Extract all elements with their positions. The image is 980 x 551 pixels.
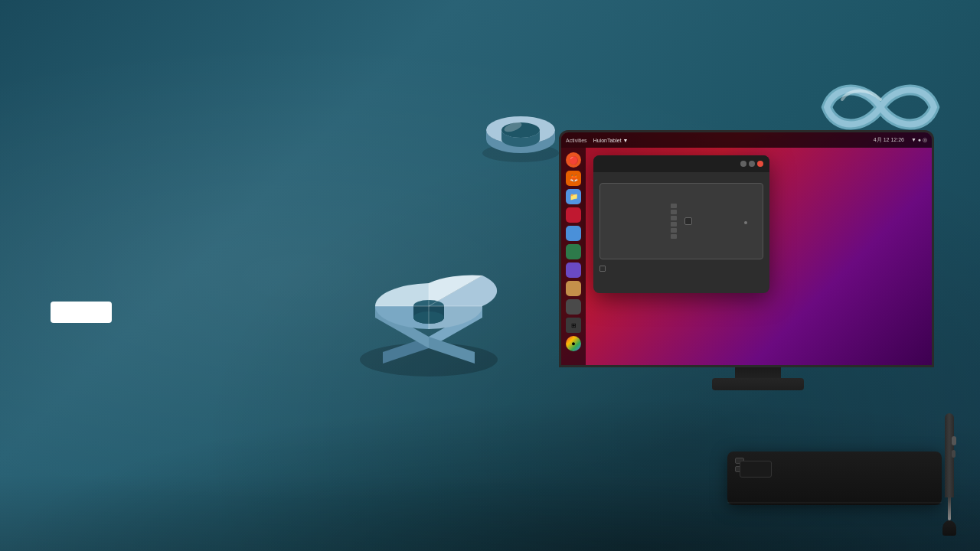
hero-content <box>51 228 112 323</box>
window-close[interactable] <box>757 161 763 167</box>
ubuntu-desktop: Activities HuionTablet ▼ 4月 12 12:26 ▼ ●… <box>561 132 932 365</box>
tablet-dot <box>744 221 747 224</box>
dock-icon-app7[interactable]: ⊞ <box>566 318 581 333</box>
tablet-preview <box>599 183 763 259</box>
ubuntu-topbar: Activities HuionTablet ▼ 4月 12 12:26 ▼ ●… <box>561 132 932 148</box>
drawing-tablet <box>727 452 942 505</box>
tablet-btn-5 <box>671 228 677 233</box>
headline <box>51 228 112 274</box>
window-minimize[interactable] <box>740 161 746 167</box>
learn-more-button[interactable] <box>51 302 112 323</box>
stylus-side-button <box>952 436 956 445</box>
tablet-side-buttons <box>735 458 744 472</box>
activities-label: Activities <box>566 138 587 143</box>
dock-icon-app1[interactable] <box>566 207 581 223</box>
app-footer <box>593 266 769 276</box>
tablet-btn-1 <box>671 204 677 208</box>
tablet-buttons <box>671 204 677 239</box>
app-body <box>593 172 769 266</box>
system-tray: ▼ ● ◎ <box>911 137 927 143</box>
monitor-screen: Activities HuionTablet ▼ 4月 12 12:26 ▼ ●… <box>559 130 934 367</box>
topbar-right: 4月 12 12:26 ▼ ● ◎ <box>874 136 927 144</box>
pie-chart-small <box>475 92 567 168</box>
dock-icon-app5[interactable] <box>566 281 581 296</box>
stylus-body <box>945 413 954 497</box>
pie-chart-large <box>352 253 505 383</box>
window-maximize[interactable] <box>749 161 755 167</box>
tablet-btn-3 <box>671 216 677 220</box>
time-display: 4月 12 12:26 <box>874 136 904 144</box>
dock-icon-chrome[interactable]: ● <box>566 336 581 351</box>
dock-icon-app4[interactable] <box>566 262 581 278</box>
stylus-base <box>942 520 956 536</box>
tablet-btn-4 <box>671 222 677 227</box>
monitor: Activities HuionTablet ▼ 4月 12 12:26 ▼ ●… <box>559 130 957 390</box>
disable-press-keys <box>599 266 608 272</box>
dock-icon-ubuntu[interactable]: 🔴 <box>566 152 581 168</box>
huion-app-window <box>593 155 769 293</box>
tablet-bottom-edge <box>727 502 942 505</box>
stylus-side-button-2 <box>952 450 956 458</box>
app-titlebar <box>593 155 769 172</box>
app-name-label: HuionTablet ▼ <box>593 138 629 143</box>
checkbox[interactable] <box>599 266 606 272</box>
tablet-btn-2 <box>671 210 677 214</box>
tablet-inner-area <box>684 217 692 225</box>
ubuntu-dock: 🔴 🦊 📁 ⊞ ● <box>561 148 586 365</box>
tablet-hw-btn-1 <box>735 458 744 464</box>
tablet-btn-6 <box>671 234 677 239</box>
titlebar-tabs <box>599 163 609 165</box>
tablet-hw-btn-2 <box>735 466 744 472</box>
dock-icon-app3[interactable] <box>566 244 581 259</box>
stylus-tip <box>948 497 951 520</box>
ribbon-decoration <box>819 77 942 138</box>
dock-icon-app2[interactable] <box>566 226 581 241</box>
dock-icon-files[interactable]: 📁 <box>566 189 581 204</box>
dock-icon-firefox[interactable]: 🦊 <box>566 171 581 186</box>
monitor-neck <box>735 367 781 390</box>
titlebar-controls <box>740 161 763 167</box>
topbar-left: Activities HuionTablet ▼ <box>566 138 628 143</box>
dock-icon-app6[interactable] <box>566 299 581 315</box>
stylus-pen <box>942 413 957 520</box>
